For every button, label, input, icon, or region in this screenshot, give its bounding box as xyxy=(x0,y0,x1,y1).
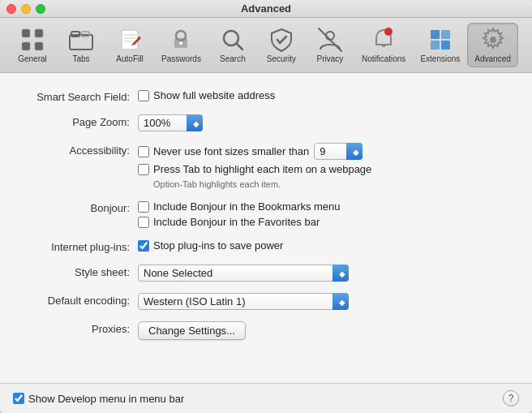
content-area: Smart Search Field: Show full website ad… xyxy=(0,73,532,383)
plugins-label: Internet plug-ins: xyxy=(24,239,138,253)
svg-point-22 xyxy=(384,28,393,36)
bonjour-label: Bonjour: xyxy=(24,200,138,214)
stylesheet-controls: None Selected xyxy=(138,265,349,282)
svg-rect-3 xyxy=(35,42,43,50)
bonjour-bookmarks-label[interactable]: Include Bonjour in the Bookmarks menu xyxy=(138,200,341,213)
tab-extensions[interactable]: Extensions xyxy=(413,23,467,67)
plugins-checkbox[interactable] xyxy=(138,240,149,252)
accessibility-hint: Option-Tab highlights each item. xyxy=(153,179,371,189)
proxies-label: Proxies: xyxy=(24,321,138,335)
page-zoom-row: Page Zoom: 75% 85% 100% 115% 125% 150% 1… xyxy=(24,114,508,131)
svg-rect-2 xyxy=(35,29,43,37)
svg-rect-0 xyxy=(22,29,30,37)
font-size-select[interactable]: 9 10 11 12 14 xyxy=(314,143,363,160)
svg-point-19 xyxy=(326,32,334,40)
tab-tabs[interactable]: Tabs xyxy=(57,23,105,67)
tab-general[interactable]: General xyxy=(8,23,57,67)
svg-rect-25 xyxy=(431,41,440,49)
svg-rect-7 xyxy=(122,30,138,49)
passwords-icon xyxy=(168,27,194,53)
plugins-row: Internet plug-ins: Stop plug-ins to save… xyxy=(24,239,508,253)
accessibility-row: Accessibility: Never use font sizes smal… xyxy=(24,143,508,189)
bottom-bar: Show Develop menu in menu bar ? xyxy=(0,383,532,413)
help-button[interactable]: ? xyxy=(503,390,519,407)
develop-row: Show Develop menu in menu bar xyxy=(13,393,184,405)
security-icon xyxy=(268,27,294,53)
accessibility-controls: Never use font sizes smaller than 9 10 1… xyxy=(138,143,371,189)
page-zoom-select[interactable]: 75% 85% 100% 115% 125% 150% 175% 200% xyxy=(138,114,203,131)
search-icon xyxy=(220,27,246,53)
page-zoom-select-wrapper: 75% 85% 100% 115% 125% 150% 175% 200% xyxy=(138,114,203,131)
encoding-select[interactable]: Western (ISO Latin 1) UTF-8 UTF-16 xyxy=(138,293,349,310)
extensions-label: Extensions xyxy=(420,54,460,63)
bonjour-bookmarks-checkbox[interactable] xyxy=(138,201,149,213)
svg-rect-1 xyxy=(22,42,30,50)
proxies-button[interactable]: Change Settings... xyxy=(138,321,246,340)
advanced-icon xyxy=(480,27,506,53)
bonjour-controls: Include Bonjour in the Bookmarks menu In… xyxy=(138,200,341,228)
notifications-label: Notifications xyxy=(362,54,405,63)
tab-privacy[interactable]: Privacy xyxy=(306,23,354,67)
notifications-icon xyxy=(371,27,397,53)
smart-search-controls: Show full website address xyxy=(138,89,275,101)
font-size-select-wrapper: 9 10 11 12 14 xyxy=(314,143,363,160)
general-icon xyxy=(19,27,45,53)
minimize-button[interactable] xyxy=(21,4,31,14)
encoding-row: Default encoding: Western (ISO Latin 1) … xyxy=(24,293,508,310)
stylesheet-select[interactable]: None Selected xyxy=(138,265,349,282)
proxies-controls: Change Settings... xyxy=(138,321,246,340)
traffic-lights xyxy=(6,4,45,14)
svg-point-14 xyxy=(179,41,182,45)
smart-search-checkbox-label[interactable]: Show full website address xyxy=(138,89,275,101)
bonjour-favorites-text: Include Bonjour in the Favorites bar xyxy=(153,216,320,228)
svg-point-27 xyxy=(490,37,496,43)
svg-rect-23 xyxy=(431,30,440,39)
tabs-icon xyxy=(68,27,94,53)
maximize-button[interactable] xyxy=(36,4,45,14)
titlebar: Advanced xyxy=(0,0,532,18)
develop-checkbox-text: Show Develop menu in menu bar xyxy=(28,393,184,405)
encoding-label: Default encoding: xyxy=(24,293,138,307)
bonjour-row: Bonjour: Include Bonjour in the Bookmark… xyxy=(24,200,508,228)
smart-search-checkbox-text: Show full website address xyxy=(153,89,275,101)
tab-security[interactable]: Security xyxy=(257,23,306,67)
tab-highlight-checkbox-label[interactable]: Press Tab to highlight each item on a we… xyxy=(138,163,371,175)
develop-checkbox[interactable] xyxy=(13,393,24,404)
page-zoom-controls: 75% 85% 100% 115% 125% 150% 175% 200% xyxy=(138,114,203,131)
bonjour-favorites-checkbox[interactable] xyxy=(138,217,149,228)
svg-line-18 xyxy=(280,37,286,43)
tab-autofill[interactable]: AutoFill xyxy=(105,23,154,67)
font-size-checkbox-label[interactable]: Never use font sizes smaller than xyxy=(138,145,309,157)
search-label: Search xyxy=(220,54,246,63)
preferences-window: Advanced General xyxy=(0,0,532,413)
tab-search[interactable]: Search xyxy=(208,23,257,67)
bonjour-bookmarks-text: Include Bonjour in the Bookmarks menu xyxy=(153,200,341,213)
develop-checkbox-label[interactable]: Show Develop menu in menu bar xyxy=(13,393,184,405)
smart-search-label: Smart Search Field: xyxy=(24,89,138,103)
general-label: General xyxy=(18,54,47,63)
security-label: Security xyxy=(267,54,296,63)
svg-rect-26 xyxy=(441,41,450,49)
privacy-label: Privacy xyxy=(317,54,344,63)
tab-highlight-checkbox[interactable] xyxy=(138,164,149,175)
tabs-label: Tabs xyxy=(72,54,89,63)
toolbar: General Tabs xyxy=(0,18,532,73)
plugins-checkbox-label[interactable]: Stop plug-ins to save power xyxy=(138,239,283,252)
stylesheet-row: Style sheet: None Selected xyxy=(24,265,508,282)
tab-passwords[interactable]: Passwords xyxy=(154,23,208,67)
autofill-label: AutoFill xyxy=(116,54,143,63)
plugins-checkbox-text: Stop plug-ins to save power xyxy=(153,239,283,252)
bonjour-favorites-label[interactable]: Include Bonjour in the Favorites bar xyxy=(138,216,341,228)
plugins-controls: Stop plug-ins to save power xyxy=(138,239,283,252)
window-title: Advanced xyxy=(241,2,291,15)
tab-notifications[interactable]: Notifications xyxy=(354,23,413,67)
encoding-controls: Western (ISO Latin 1) UTF-8 UTF-16 xyxy=(138,293,349,310)
close-button[interactable] xyxy=(6,4,16,14)
autofill-icon xyxy=(117,27,143,53)
tab-advanced[interactable]: Advanced xyxy=(467,23,517,67)
font-size-checkbox-text: Never use font sizes smaller than xyxy=(153,145,309,157)
font-size-checkbox[interactable] xyxy=(138,146,149,157)
smart-search-checkbox[interactable] xyxy=(138,90,149,101)
passwords-label: Passwords xyxy=(161,54,201,63)
svg-rect-24 xyxy=(441,30,450,39)
